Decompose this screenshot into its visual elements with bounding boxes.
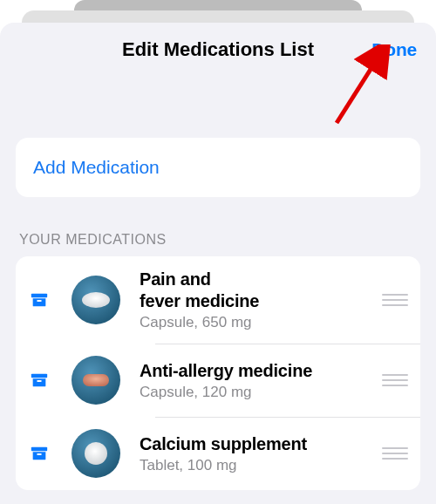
svg-rect-8 [31, 447, 47, 452]
medication-row: Anti-allergy medicine Capsule, 120 mg [16, 344, 420, 417]
content: Add Medication YOUR MEDICATIONS [0, 77, 436, 490]
archive-icon[interactable] [30, 371, 49, 390]
medication-text: Pain andfever medicine Capsule, 650 mg [140, 269, 373, 331]
medication-details: Tablet, 100 mg [140, 457, 373, 474]
medication-icon [72, 356, 120, 405]
sheet-header: Edit Medications List Done [0, 23, 436, 77]
svg-rect-9 [37, 453, 42, 455]
archive-icon[interactable] [30, 444, 49, 463]
medication-icon [72, 276, 120, 324]
medication-icon [72, 429, 120, 478]
medication-name: Pain andfever medicine [140, 269, 373, 312]
medication-row: Calcium supplement Tablet, 100 mg [16, 417, 420, 490]
archive-icon[interactable] [30, 290, 49, 310]
page-title: Edit Medications List [122, 38, 314, 61]
medication-text: Calcium supplement Tablet, 100 mg [140, 433, 373, 474]
add-medication-label: Add Medication [33, 157, 160, 177]
edit-sheet: Edit Medications List Done Add Medicatio… [0, 23, 436, 504]
drag-handle-icon[interactable] [382, 292, 408, 308]
svg-rect-4 [31, 374, 47, 378]
svg-rect-1 [37, 300, 42, 302]
medication-row: Pain andfever medicine Capsule, 650 mg [16, 256, 420, 344]
medication-details: Capsule, 120 mg [140, 384, 373, 401]
drag-handle-icon[interactable] [382, 446, 408, 461]
medication-details: Capsule, 650 mg [140, 314, 373, 331]
svg-rect-7 [83, 374, 109, 386]
svg-point-11 [85, 442, 107, 465]
medication-name: Anti-allergy medicine [140, 360, 373, 382]
svg-point-3 [82, 292, 110, 308]
medications-list: Pain andfever medicine Capsule, 650 mg [16, 256, 420, 490]
svg-rect-5 [37, 380, 42, 382]
section-header-your-medications: YOUR MEDICATIONS [16, 232, 420, 256]
medication-name: Calcium supplement [140, 433, 373, 455]
done-button[interactable]: Done [371, 39, 417, 60]
medication-text: Anti-allergy medicine Capsule, 120 mg [140, 360, 373, 401]
svg-rect-0 [31, 294, 47, 298]
add-medication-button[interactable]: Add Medication [16, 138, 420, 197]
drag-handle-icon[interactable] [382, 372, 408, 388]
